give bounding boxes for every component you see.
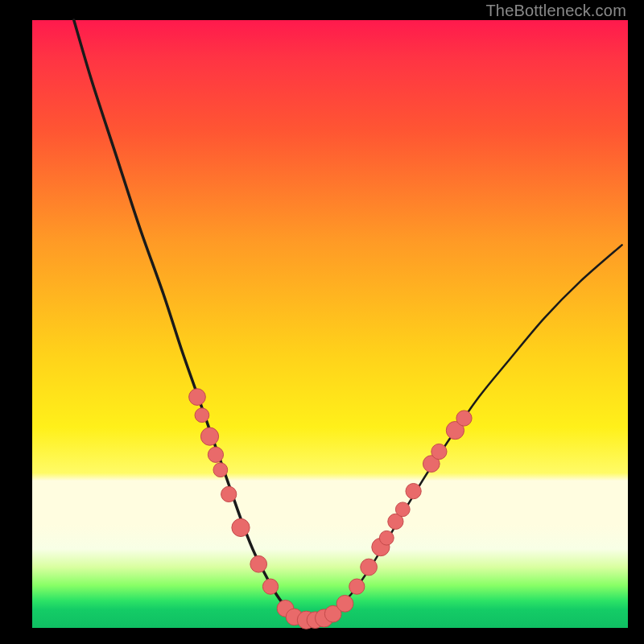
data-dot (379, 530, 394, 545)
data-dot (361, 559, 378, 576)
data-dot (336, 595, 353, 612)
data-dot (189, 389, 206, 406)
data-dot (431, 444, 447, 459)
data-dot (213, 463, 228, 477)
curve-layer (32, 20, 628, 628)
data-dots (189, 389, 473, 630)
data-dot (456, 411, 472, 426)
data-dot (262, 579, 278, 594)
data-dot (221, 486, 237, 502)
curve-left (74, 20, 300, 619)
data-dot (349, 579, 365, 594)
data-dot (208, 447, 223, 462)
watermark-text: TheBottleneck.com (485, 2, 626, 20)
chart-frame: TheBottleneck.com (0, 0, 644, 644)
data-dot (250, 555, 267, 572)
data-dot (200, 427, 218, 445)
data-dot (195, 408, 209, 423)
data-dot (395, 502, 410, 517)
data-dot (232, 518, 250, 536)
data-dot (406, 484, 421, 499)
